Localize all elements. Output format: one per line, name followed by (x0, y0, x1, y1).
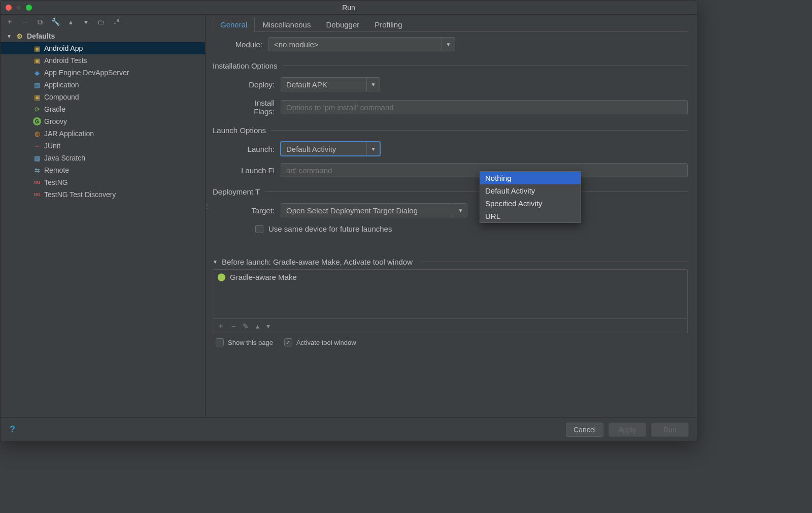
deploy-dropdown[interactable]: Default APK ▼ (281, 77, 380, 91)
remove-icon[interactable]: − (231, 322, 235, 330)
groovy-icon: G (33, 117, 41, 125)
titlebar: Run (1, 1, 697, 15)
before-launch-item-label: Gradle-aware Make (230, 273, 297, 281)
android-icon: ⬤ (217, 272, 226, 281)
launch-option-default-activity[interactable]: Default Activity (480, 184, 581, 197)
tree-root-label: Defaults (27, 32, 55, 40)
run-dialog: Run ＋ − ⧉ 🔧 ▴ ▾ 🗀 ↓ª ▼ ⚙ Defaults (0, 0, 697, 442)
cancel-button[interactable]: Cancel (566, 423, 603, 437)
tree-item-label: Gradle (44, 105, 65, 113)
launch-label: Launch: (225, 145, 281, 153)
tree-item-label: JUnit (44, 142, 60, 150)
module-value: <no module> (269, 40, 442, 49)
copy-icon[interactable]: ⧉ (36, 18, 44, 26)
deploy-value: Default APK (281, 80, 366, 89)
tree-item-label: App Engine DevAppServer (44, 69, 129, 77)
tree-item-label: Application (44, 81, 79, 89)
down-icon[interactable]: ▾ (82, 18, 90, 26)
tree-item-gradle[interactable]: ⟳ Gradle (1, 103, 205, 115)
deployment-target-group-label: Deployment T (213, 187, 688, 196)
add-icon[interactable]: ＋ (6, 18, 14, 26)
tree-item-testng-discovery[interactable]: NG TestNG Test Discovery (1, 188, 205, 201)
tree-item-testng[interactable]: NG TestNG (1, 176, 205, 188)
launch-option-nothing[interactable]: Nothing (480, 172, 581, 184)
tree-item-label: Groovy (44, 117, 67, 125)
tree-item-label: Android Tests (44, 56, 87, 65)
caret-down-icon: ▼ (7, 34, 13, 39)
down-icon[interactable]: ▾ (266, 322, 270, 330)
install-flags-input[interactable] (281, 100, 688, 114)
same-device-checkbox[interactable] (255, 225, 263, 233)
tree-item-label: JAR Application (44, 130, 94, 138)
tree-item-application[interactable]: ▦ Application (1, 79, 205, 91)
chevron-down-icon: ▼ (366, 78, 380, 91)
module-dropdown[interactable]: <no module> ▼ (268, 37, 455, 51)
tree-item-label: Android App (44, 44, 83, 52)
compound-icon: ▣ (33, 93, 41, 101)
launch-dropdown-popup: Nothing Default Activity Specified Activ… (480, 171, 581, 223)
apply-button[interactable]: Apply (608, 423, 646, 437)
tree-item-groovy[interactable]: G Groovy (1, 115, 205, 127)
before-launch-header[interactable]: ▼ Before launch: Gradle-aware Make, Acti… (213, 258, 688, 266)
caret-down-icon: ▼ (213, 259, 219, 265)
same-device-label: Use same device for future launches (268, 225, 392, 233)
remove-icon[interactable]: − (21, 18, 29, 26)
content-pane: General Miscellaneous Debugger Profiling… (206, 15, 697, 417)
edit-icon[interactable]: ✎ (243, 322, 249, 330)
android-app-icon: ▣ (33, 44, 41, 52)
chevron-down-icon: ▼ (454, 204, 467, 217)
tree-root-defaults[interactable]: ▼ ⚙ Defaults (1, 30, 205, 42)
activate-window-checkbox[interactable]: ✓ (284, 338, 292, 346)
tree-item-junit[interactable]: ↔ JUnit (1, 140, 205, 152)
tree-item-jar[interactable]: ◍ JAR Application (1, 127, 205, 140)
gcp-icon: ◆ (33, 69, 41, 77)
list-item[interactable]: ⬤ Gradle-aware Make (213, 270, 687, 284)
testng-icon: NG (33, 178, 41, 186)
show-page-checkbox[interactable] (216, 338, 224, 346)
target-value: Open Select Deployment Target Dialog (281, 206, 454, 215)
gradle-icon: ⟳ (33, 105, 41, 113)
target-label: Target: (225, 206, 281, 215)
chevron-down-icon: ▼ (366, 142, 380, 155)
tree-item-java-scratch[interactable]: ▦ Java Scratch (1, 152, 205, 164)
config-tree[interactable]: ▼ ⚙ Defaults ▣ Android App ▣ Android Tes… (1, 29, 205, 415)
wrench-icon[interactable]: 🔧 (51, 18, 59, 26)
tree-item-remote[interactable]: ⇆ Remote (1, 164, 205, 176)
help-icon[interactable]: ? (10, 424, 21, 435)
before-launch-list[interactable]: ⬤ Gradle-aware Make (213, 269, 688, 319)
tab-profiling[interactable]: Profiling (367, 17, 410, 32)
install-options-group-label: Installation Options (213, 61, 688, 70)
launch-flags-label: Launch Fl (225, 166, 281, 175)
up-icon[interactable]: ▴ (256, 322, 259, 330)
tree-item-app-engine[interactable]: ◆ App Engine DevAppServer (1, 67, 205, 79)
tree-item-android-app[interactable]: ▣ Android App (1, 42, 205, 54)
launch-dropdown[interactable]: Default Activity ▼ (281, 142, 380, 156)
gear-icon: ⚙ (16, 32, 24, 40)
tree-item-label: Compound (44, 93, 79, 101)
tree-item-compound[interactable]: ▣ Compound (1, 91, 205, 103)
remote-icon: ⇆ (33, 166, 41, 174)
testng-icon: NG (33, 190, 41, 199)
launch-option-specified-activity[interactable]: Specified Activity (480, 197, 581, 210)
junit-icon: ↔ (33, 142, 41, 150)
tab-general[interactable]: General (213, 17, 255, 32)
run-button[interactable]: Run (651, 423, 689, 437)
deploy-label: Deploy: (225, 80, 281, 89)
tab-debugger[interactable]: Debugger (318, 17, 367, 32)
target-dropdown[interactable]: Open Select Deployment Target Dialog ▼ (281, 203, 467, 217)
window-title: Run (1, 4, 697, 12)
sidebar-toolbar: ＋ − ⧉ 🔧 ▴ ▾ 🗀 ↓ª (1, 15, 205, 29)
tree-item-label: TestNG (44, 178, 68, 186)
scratch-icon: ▦ (33, 154, 41, 162)
launch-option-url[interactable]: URL (480, 210, 581, 222)
add-icon[interactable]: ＋ (217, 322, 224, 331)
tree-item-label: TestNG Test Discovery (44, 190, 116, 199)
module-label: Module: (213, 40, 268, 49)
before-launch-title: Before launch: Gradle-aware Make, Activa… (222, 258, 413, 266)
tree-item-android-tests[interactable]: ▣ Android Tests (1, 54, 205, 67)
launch-value: Default Activity (281, 145, 366, 153)
up-icon[interactable]: ▴ (66, 18, 75, 26)
tab-miscellaneous[interactable]: Miscellaneous (255, 17, 318, 32)
folder-icon[interactable]: 🗀 (97, 18, 105, 26)
sort-icon[interactable]: ↓ª (112, 18, 120, 26)
